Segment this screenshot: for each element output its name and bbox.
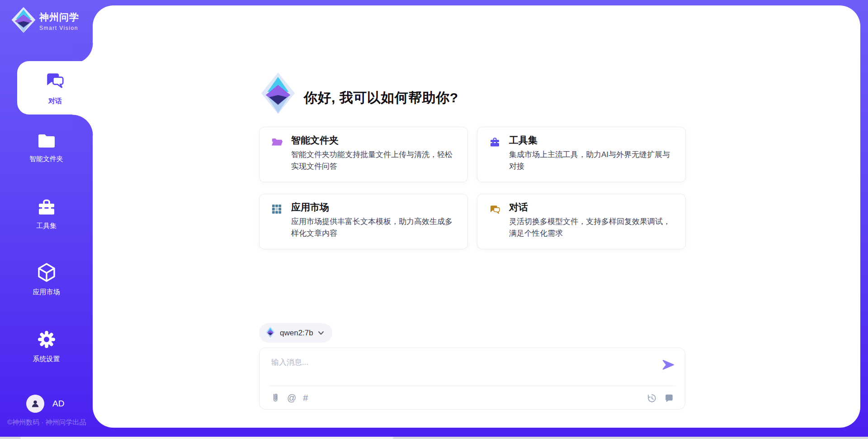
user-profile[interactable]: AD [26,395,64,413]
brand-subtitle: Smart Vision [39,25,79,31]
greeting-logo-icon [260,72,296,117]
card-title: 工具集 [509,134,538,147]
logo-diamond-icon [265,326,275,340]
chevron-down-icon [318,329,324,337]
sidebar-item-label: 工具集 [36,222,57,230]
mention-icon[interactable]: @ [287,393,296,403]
paperclip-icon[interactable] [270,392,280,403]
card-title: 智能文件夹 [291,134,339,147]
folder-icon [37,132,57,151]
feature-card-toolset[interactable]: 工具集 集成市场上主流工具，助力AI与外界无缝扩展与对接 [477,127,686,182]
sidebar-item-toolset[interactable]: 工具集 [0,197,93,230]
message-input[interactable] [270,354,616,371]
avatar [26,395,44,413]
tab-curve-bottom [72,115,93,135]
sidebar-item-app-market[interactable]: 应用市场 [0,262,93,296]
send-icon[interactable] [661,358,675,372]
card-description: 应用市场提供丰富长文本模板，助力高效生成多样化文章内容 [291,216,456,239]
card-description: 集成市场上主流工具，助力AI与外界无缝扩展与对接 [509,149,674,172]
card-title: 应用市场 [291,201,329,214]
sidebar-item-label: 应用市场 [33,288,60,296]
sidebar-item-label: 系统设置 [33,355,60,363]
composer-divider [269,386,676,386]
grid-icon [271,204,282,216]
sidebar-item-label: 对话 [48,97,62,105]
feature-card-chat[interactable]: 对话 灵活切换多模型文件，支持多样回复效果调试，满足个性化需求 [477,194,686,249]
toolbox-icon [37,197,57,218]
horizontal-scrollbar-thumb[interactable] [20,437,393,439]
history-icon[interactable] [647,393,657,403]
copyright-text: ©神州数码 · 神州问学出品 [7,418,86,427]
model-name: qwen2:7b [280,329,313,338]
chat-icon [489,204,501,217]
feature-card-smart-folder[interactable]: 智能文件夹 智能文件夹功能支持批量文件上传与清洗，轻松实现文件问答 [259,127,468,182]
sidebar-item-label: 智能文件夹 [29,155,63,163]
model-selector[interactable]: qwen2:7b [259,323,332,343]
sidebar-item-chat[interactable]: 对话 [17,61,93,115]
brand: 神州问学 Smart Vision [11,6,79,35]
user-name: AD [52,399,64,409]
message-composer: @ # [259,348,685,410]
card-title: 对话 [509,201,528,214]
chat-icon [45,70,66,93]
brand-name: 神州问学 [39,11,79,24]
feature-card-app-market[interactable]: 应用市场 应用市场提供丰富长文本模板，助力高效生成多样化文章内容 [259,194,468,249]
gear-icon [37,329,57,351]
person-icon [30,398,41,409]
briefcase-icon [489,137,500,149]
hashtag-icon[interactable]: # [303,393,308,403]
sidebar-item-settings[interactable]: 系统设置 [0,329,93,363]
folder-open-icon [271,137,283,149]
greeting-text: 你好, 我可以如何帮助你? [304,89,458,107]
app-window: 神州问学 Smart Vision 对话 智能文件夹 [0,0,868,439]
card-description: 灵活切换多模型文件，支持多样回复效果调试，满足个性化需求 [509,216,674,239]
card-description: 智能文件夹功能支持批量文件上传与清洗，轻松实现文件问答 [291,149,456,172]
sidebar-item-smart-folder[interactable]: 智能文件夹 [0,132,93,163]
chat-bubble-icon[interactable] [664,393,674,403]
cube-icon [37,262,57,284]
brand-logo-icon [11,6,36,35]
